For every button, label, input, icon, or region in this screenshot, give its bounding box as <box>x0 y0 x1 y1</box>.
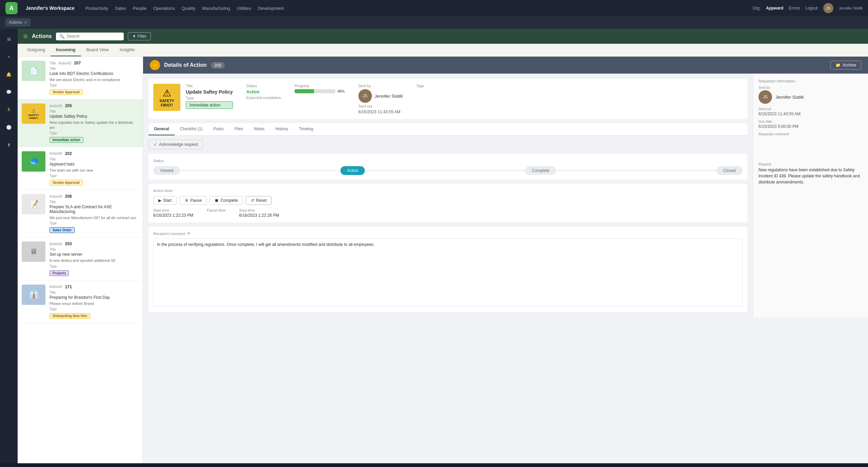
tab-insights[interactable]: Insights <box>114 44 140 56</box>
tab-close-icon[interactable]: × <box>24 20 27 25</box>
type-label: Type <box>50 265 139 268</box>
progress-track <box>295 89 335 93</box>
status-section-label: Status <box>153 159 743 163</box>
step-viewed[interactable]: Viewed <box>153 166 180 175</box>
nav-utilities[interactable]: Utilities <box>237 6 251 11</box>
list-item[interactable]: 📝 ActionID 206 Title Prepare SLA and Con… <box>18 190 143 237</box>
item-title: Appward hats <box>50 162 139 167</box>
comment-textarea[interactable]: In the process of verifying regulations.… <box>153 238 743 306</box>
request-label: Request <box>758 162 863 166</box>
back-button[interactable]: → <box>150 60 160 70</box>
content-area: ⚙ Actions 🔍 ▼ Filter Outgoing Incoming B… <box>18 29 868 463</box>
nav-productivity[interactable]: Productivity <box>85 6 108 11</box>
filter-button[interactable]: ▼ Filter <box>128 32 151 40</box>
step-complete[interactable]: Complete <box>525 166 556 175</box>
start-button[interactable]: ▶ Start <box>153 196 177 205</box>
title-label: Title <box>50 248 139 251</box>
actions-header: ⚙ Actions 🔍 ▼ Filter <box>18 29 868 44</box>
expected-completion-label: Expected completion <box>246 96 281 100</box>
type-badge: Onboarding New Hire <box>50 313 90 319</box>
start-time-label: Start time <box>153 208 193 212</box>
item-request: We are about Electric and m in complianc… <box>50 77 139 82</box>
action-thumbnail: ⚠ SAFETYFIRST! <box>153 84 180 111</box>
requestor-comment-label: Requestor comment <box>758 132 863 136</box>
title-label: Title <box>186 84 233 88</box>
sent-by-avatar: JS <box>358 89 372 103</box>
list-item[interactable]: 👔 ActionID 171 Title Preparing for Brand… <box>18 280 143 323</box>
errors-button[interactable]: Errors <box>789 6 800 11</box>
sidebar-upload-icon[interactable]: ⬆ <box>3 139 15 151</box>
progress-label: Progress <box>295 84 345 88</box>
tab-notes[interactable]: Notes <box>249 123 270 135</box>
item-content: ActionID 203 Title Set up new server A n… <box>50 241 139 276</box>
title-label: Title <box>50 67 139 71</box>
tab-files[interactable]: Files <box>229 123 248 135</box>
nav-development[interactable]: Development <box>258 6 284 11</box>
action-id-number: 206 <box>65 194 72 199</box>
sidebar-clock-icon[interactable]: 🕐 <box>3 121 15 133</box>
step-active[interactable]: Active <box>340 166 365 175</box>
item-title: Look into BDT Electric Cerifications <box>50 71 139 76</box>
tab-history[interactable]: History <box>270 123 293 135</box>
list-item[interactable]: 🖥 ActionID 203 Title Set up new server A… <box>18 237 143 280</box>
item-title: Prepare SLA and Contract for AXE Manufac… <box>50 205 139 214</box>
sidebar-bell-icon[interactable]: 🔔 <box>3 68 15 80</box>
title-label: Title <box>50 291 139 294</box>
stop-time-label: Stop time <box>239 208 279 212</box>
start-time-col: Start time 6/16/2023 1:22:23 PM <box>153 208 193 218</box>
detail-content: ⚠ SAFETYFIRST! Title Update Saftey Polic… <box>143 74 868 317</box>
pause-time-col: Pause time <box>207 208 225 218</box>
step-closed[interactable]: Closed <box>716 166 743 175</box>
tab-general[interactable]: General <box>149 123 175 135</box>
item-request: The team wo with our new <box>50 168 139 173</box>
nav-sales[interactable]: Sales <box>115 6 126 11</box>
tab-checklist[interactable]: Checklist (1) <box>175 123 208 135</box>
icon-sidebar: ⊞ + 🔔 💬 🏃 🕐 ⬆ <box>0 29 18 463</box>
sidebar-run-icon[interactable]: 🏃 <box>3 103 15 116</box>
tab-outgoing[interactable]: Outgoing <box>22 44 51 56</box>
logout-button[interactable]: Logout <box>805 6 818 11</box>
sidebar-chat-icon[interactable]: 💬 <box>3 86 15 98</box>
item-content: ActionID 206 Title Prepare SLA and Contr… <box>50 194 139 233</box>
action-title: Update Saftey Policy <box>186 89 233 95</box>
tab-board-view[interactable]: Board View <box>81 44 114 56</box>
user-avatar[interactable]: JS <box>823 3 833 13</box>
nav-right: Org: Appward Errors Logout JS Jennifer S… <box>753 3 863 13</box>
action-id-label: Title <box>50 61 56 65</box>
archive-button[interactable]: 📁 Archive <box>830 61 861 70</box>
requestor-comment-area <box>758 137 863 157</box>
filter-icon: ▼ <box>132 34 136 39</box>
timer-box: Action timer ▶ Start ⏸ Pause <box>149 184 747 222</box>
tab-timelog[interactable]: Timelog <box>293 123 318 135</box>
sent-by-label: Sent by <box>758 86 863 90</box>
sidebar-grid-icon[interactable]: ⊞ <box>3 33 15 45</box>
detail-main: ⚠ SAFETYFIRST! Title Update Saftey Polic… <box>143 74 753 317</box>
sent-by-row: JS Jennifer Sistilli <box>358 89 403 103</box>
stop-time-value: 6/16/2023 1:22:26 PM <box>239 213 279 218</box>
detail-header: → Details of Action 205 📁 Archive <box>143 57 868 74</box>
sent-out-label: Sent out <box>758 107 863 111</box>
list-item[interactable]: ⚠ SAFETYFIRST! ActionID 205 Title Update… <box>18 99 143 147</box>
nav-quality[interactable]: Quality <box>182 6 195 11</box>
pause-button[interactable]: ⏸ Pause <box>179 196 207 205</box>
list-item[interactable]: 🧢 ActionID 202 Title Appward hats The te… <box>18 147 143 190</box>
reset-button[interactable]: ↺ Reset <box>246 196 272 205</box>
actions-tab[interactable]: Actions × <box>5 18 31 26</box>
tab-incoming[interactable]: Incoming <box>51 44 81 56</box>
type-label: Type <box>50 307 139 311</box>
app-logo[interactable]: A <box>5 2 18 14</box>
sidebar-plus-icon[interactable]: + <box>3 51 15 63</box>
tab-posts[interactable]: Posts <box>208 123 229 135</box>
nav-manufacturing[interactable]: Manufacturing <box>202 6 230 11</box>
acknowledge-button[interactable]: ✓ Acknowledge request <box>149 140 203 149</box>
nav-people[interactable]: People <box>133 6 146 11</box>
nav-operations[interactable]: Operations <box>153 6 175 11</box>
main-layout: ⊞ + 🔔 💬 🏃 🕐 ⬆ ⚙ Actions 🔍 ▼ Filter Outgo… <box>0 29 868 463</box>
timer-times: Start time 6/16/2023 1:22:23 PM Pause ti… <box>153 208 743 218</box>
search-input[interactable] <box>67 34 120 39</box>
action-id-number: 202 <box>65 151 72 156</box>
play-icon: ▶ <box>158 198 161 203</box>
progress-row: 48% <box>295 89 345 93</box>
list-item[interactable]: 📄 Title ActionID 207 Title Look into BDT… <box>18 57 143 99</box>
complete-button[interactable]: ⏹ Complete <box>210 196 243 205</box>
